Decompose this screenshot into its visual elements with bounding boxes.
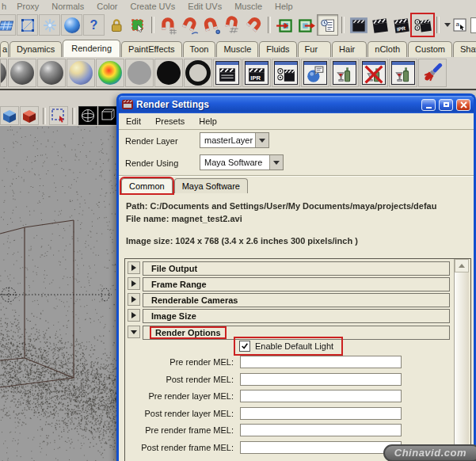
marquee-select-icon[interactable]: [49, 106, 68, 125]
dialog-titlebar[interactable]: Render Settings: [119, 96, 474, 113]
shelf-tab-hair[interactable]: Hair: [332, 41, 367, 57]
maximize-button[interactable]: [439, 99, 453, 111]
shelf-tab-toon[interactable]: Toon: [183, 41, 216, 57]
dialog-menu-help[interactable]: Help: [192, 116, 224, 126]
close-button[interactable]: [456, 99, 470, 111]
main-menubar: h Proxy Normals Color Create UVs Edit UV…: [0, 0, 476, 12]
shelf-flat-circle[interactable]: [125, 59, 154, 87]
box-out-icon[interactable]: [295, 14, 317, 36]
main-toolbar: ?: [0, 12, 476, 38]
shelf-tab-muscle[interactable]: Muscle: [216, 41, 258, 57]
menu-item-muscle[interactable]: Muscle: [228, 2, 268, 11]
shelf-render-icon[interactable]: [213, 59, 242, 87]
svg-text:a: a: [456, 21, 460, 28]
shelf-bottles-icon[interactable]: [330, 59, 359, 87]
blue-cube-icon[interactable]: [0, 106, 19, 125]
expand-arrow-file-output[interactable]: [128, 261, 140, 274]
shelf-tab-shave[interactable]: Shave: [453, 41, 476, 57]
render-frame-icon[interactable]: [369, 14, 390, 36]
scroll-up-button[interactable]: [455, 259, 469, 272]
sphere-icon[interactable]: [61, 14, 82, 36]
shelf-tab-fur[interactable]: Fur: [298, 41, 332, 57]
ipr-render-icon[interactable]: IPR: [390, 14, 412, 36]
viewport[interactable]: [0, 126, 116, 461]
dialog-menu-edit[interactable]: Edit: [119, 116, 148, 126]
shelf-sphere-note-icon[interactable]: [301, 59, 329, 87]
quick-select-field[interactable]: [470, 17, 476, 33]
shelf-render-settings-icon[interactable]: [272, 59, 300, 87]
tab-maya-software[interactable]: Maya Software: [174, 178, 248, 193]
shelf-tab-custom[interactable]: Custom: [408, 41, 452, 57]
red-cube-icon[interactable]: [20, 106, 39, 125]
grid-plane-icon[interactable]: [0, 14, 16, 36]
shelf-sphere-partial[interactable]: [0, 59, 7, 87]
pre-render-frame-mel-field[interactable]: [240, 424, 402, 436]
shelf-gray-sphere[interactable]: [37, 59, 66, 87]
wire-box-icon[interactable]: [98, 106, 117, 125]
magnet-grid-icon[interactable]: [158, 14, 179, 36]
tab-common[interactable]: Common: [121, 178, 173, 193]
menu-item-proxy[interactable]: Proxy: [10, 2, 45, 11]
magnet-point-icon[interactable]: [200, 14, 222, 36]
pre-render-mel-field[interactable]: [240, 356, 402, 368]
magnet-sheet-icon[interactable]: [222, 14, 243, 36]
selection-mode-arrow-icon[interactable]: a: [443, 14, 468, 36]
lock-icon[interactable]: [105, 14, 127, 36]
menu-item-partial[interactable]: h: [0, 2, 10, 11]
post-render-layer-mel-field[interactable]: [240, 407, 402, 420]
post-render-frame-mel-field[interactable]: [240, 441, 402, 454]
shelf-ring-circle[interactable]: [184, 59, 212, 87]
box-in-icon[interactable]: [274, 14, 295, 36]
section-file-output[interactable]: File Output: [143, 261, 450, 276]
expand-arrow-renderable-cameras[interactable]: [128, 293, 140, 306]
minimize-button[interactable]: [421, 99, 436, 111]
magnet-icon[interactable]: [243, 14, 265, 36]
vertical-scrollbar[interactable]: [454, 259, 469, 461]
shelf-ipr-render-icon[interactable]: IPR: [242, 59, 271, 87]
shelf-tab-rendering[interactable]: Rendering: [63, 40, 120, 57]
pre-render-layer-mel-field[interactable]: [240, 390, 402, 402]
shelf-no-bottles-icon[interactable]: [360, 59, 388, 87]
collapse-arrow-render-options[interactable]: [128, 326, 140, 338]
enable-default-light-checkbox[interactable]: [239, 341, 250, 352]
render-view-icon[interactable]: [348, 14, 369, 36]
menu-item-normals[interactable]: Normals: [45, 2, 90, 11]
render-using-dropdown[interactable]: Maya Software: [200, 154, 284, 170]
shelf-tab-dynamics[interactable]: Dynamics: [10, 41, 62, 57]
section-renderable-cameras[interactable]: Renderable Cameras: [143, 293, 450, 307]
render-layer-dropdown[interactable]: masterLayer: [200, 132, 269, 148]
wire-sphere-icon[interactable]: [78, 106, 97, 125]
render-log-icon[interactable]: [317, 14, 338, 36]
post-render-mel-field[interactable]: [240, 373, 402, 386]
post-render-frame-mel-row: Post render frame MEL:: [125, 440, 402, 454]
menu-item-color[interactable]: Color: [90, 2, 124, 11]
pre-render-layer-mel-row: Pre render layer MEL:: [125, 389, 402, 402]
shelf-tab-painteffects[interactable]: PaintEffects: [121, 41, 182, 57]
shelf-gray-sphere[interactable]: [8, 59, 36, 87]
menu-item-help[interactable]: Help: [268, 2, 299, 11]
selection-box-icon[interactable]: [127, 14, 148, 36]
expand-arrow-image-size[interactable]: [128, 309, 140, 322]
chevron-down-icon[interactable]: [255, 133, 268, 147]
shelf-ramp-sphere[interactable]: [67, 59, 95, 87]
enable-default-light-label: Enable Default Light: [255, 341, 333, 351]
expand-arrow-frame-range[interactable]: [128, 277, 140, 290]
shelf-tab-ncloth[interactable]: nCloth: [367, 41, 407, 57]
chevron-down-icon[interactable]: [269, 155, 283, 170]
wireframe-select-icon[interactable]: [17, 14, 38, 36]
shelf-tab-fluids[interactable]: Fluids: [259, 41, 296, 57]
shelf-bottles-icon[interactable]: [389, 59, 417, 87]
shelf-paint-brush-icon[interactable]: [418, 59, 447, 87]
magnet-curve-icon[interactable]: [179, 14, 200, 36]
shelf-rainbow-sphere[interactable]: [96, 59, 124, 87]
section-image-size[interactable]: Image Size: [143, 309, 450, 323]
menu-item-edit-uvs[interactable]: Edit UVs: [181, 2, 228, 11]
shelf-tab-partial[interactable]: a: [0, 41, 9, 57]
help-icon[interactable]: ?: [83, 14, 105, 36]
menu-item-create-uvs[interactable]: Create UVs: [124, 2, 182, 11]
snowflake-icon[interactable]: [39, 14, 60, 36]
shelf-black-circle[interactable]: [154, 59, 183, 87]
section-frame-range[interactable]: Frame Range: [143, 277, 450, 291]
render-settings-icon[interactable]: [412, 14, 433, 36]
dialog-menu-presets[interactable]: Presets: [148, 116, 192, 126]
